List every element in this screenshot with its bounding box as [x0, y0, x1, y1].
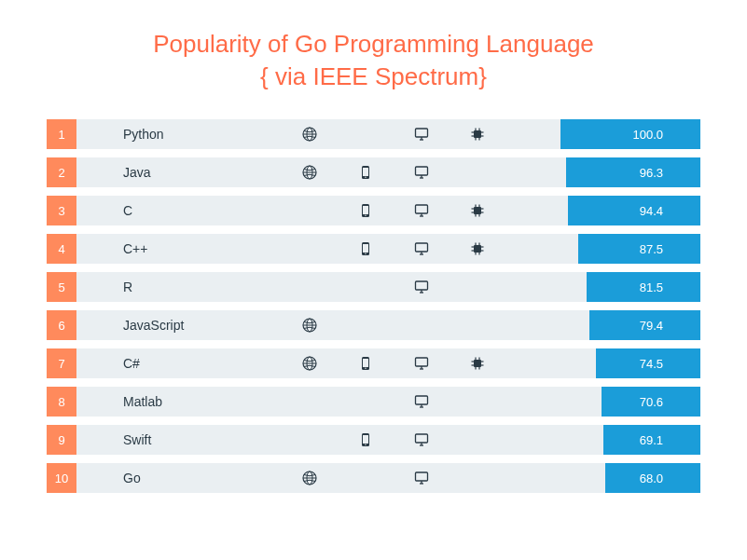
table-row: 7 C# 74.5 [47, 348, 700, 378]
rank-number: 10 [55, 471, 68, 485]
embedded-icon [450, 463, 505, 493]
mobile-icon [338, 234, 394, 264]
language-name: Java [76, 157, 282, 187]
score-bar-wrap: 79.4 [560, 310, 700, 340]
web-icon [282, 272, 338, 302]
rank-number: 3 [58, 204, 64, 218]
embedded-icon [450, 425, 505, 455]
web-icon [282, 348, 338, 378]
embedded-icon [450, 119, 505, 149]
language-name: C++ [76, 234, 282, 264]
table-row: 1 Python 100.0 [47, 119, 700, 149]
desktop-icon [394, 157, 450, 187]
embedded-icon [450, 196, 505, 225]
rank-badge: 10 [47, 463, 76, 493]
rank-badge: 7 [47, 348, 76, 378]
rank-badge: 2 [47, 157, 76, 187]
platform-icons [282, 387, 560, 417]
table-row: 8 Matlab 70.6 [47, 387, 700, 417]
rank-badge: 9 [47, 425, 76, 455]
score-value: 87.5 [640, 242, 700, 256]
embedded-icon [450, 348, 505, 378]
embedded-icon [450, 157, 505, 187]
table-row: 4 C++ 87.5 [47, 234, 700, 264]
page-title: Popularity of Go Programming Language { … [47, 28, 700, 93]
score-bar-wrap: 96.3 [560, 157, 700, 187]
embedded-icon [450, 387, 505, 417]
mobile-icon [338, 463, 394, 493]
web-icon [282, 234, 338, 264]
embedded-icon [450, 234, 505, 264]
web-icon [282, 463, 338, 493]
table-row: 9 Swift 69.1 [47, 425, 700, 455]
rank-number: 6 [58, 319, 64, 333]
score-value: 96.3 [640, 166, 700, 180]
rank-badge: 1 [47, 119, 76, 149]
platform-icons [282, 463, 560, 493]
mobile-icon [338, 196, 394, 225]
score-bar-wrap: 94.4 [560, 196, 700, 225]
rank-number: 2 [58, 166, 64, 180]
desktop-icon [394, 272, 450, 302]
desktop-icon [394, 387, 450, 417]
score-bar-wrap: 68.0 [560, 463, 700, 493]
language-name: Matlab [76, 387, 282, 417]
rank-badge: 4 [47, 234, 76, 264]
desktop-icon [394, 348, 450, 378]
language-name: R [76, 272, 282, 302]
embedded-icon [450, 272, 505, 302]
score-bar-wrap: 87.5 [560, 234, 700, 264]
platform-icons [282, 310, 560, 340]
desktop-icon [394, 234, 450, 264]
platform-icons [282, 119, 560, 149]
rank-badge: 8 [47, 387, 76, 417]
web-icon [282, 425, 338, 455]
score-value: 68.0 [640, 471, 700, 485]
title-line-1: Popularity of Go Programming Language [153, 30, 594, 58]
web-icon [282, 157, 338, 187]
table-row: 10 Go 68.0 [47, 463, 700, 493]
score-value: 69.1 [640, 433, 700, 447]
language-name: C# [76, 348, 282, 378]
platform-icons [282, 348, 560, 378]
ranking-table: 1 Python 100.0 2 Java 96.3 3 C [47, 119, 700, 493]
platform-icons [282, 196, 560, 225]
score-bar-wrap: 70.6 [560, 387, 700, 417]
title-line-2: { via IEEE Spectrum} [260, 62, 487, 90]
score-bar-wrap: 81.5 [560, 272, 700, 302]
language-name: Swift [76, 425, 282, 455]
rank-badge: 3 [47, 196, 76, 225]
mobile-icon [338, 157, 394, 187]
language-name: JavaScript [76, 310, 282, 340]
rank-number: 9 [58, 433, 64, 447]
rank-number: 1 [58, 128, 64, 142]
web-icon [282, 196, 338, 225]
desktop-icon [394, 119, 450, 149]
rank-badge: 5 [47, 272, 76, 302]
mobile-icon [338, 310, 394, 340]
table-row: 2 Java 96.3 [47, 157, 700, 187]
mobile-icon [338, 119, 394, 149]
score-value: 81.5 [640, 280, 700, 294]
embedded-icon [450, 310, 505, 340]
desktop-icon [394, 196, 450, 225]
table-row: 5 R 81.5 [47, 272, 700, 302]
language-name: C [76, 196, 282, 225]
mobile-icon [338, 425, 394, 455]
table-row: 6 JavaScript 79.4 [47, 310, 700, 340]
web-icon [282, 119, 338, 149]
score-bar-wrap: 69.1 [560, 425, 700, 455]
web-icon [282, 387, 338, 417]
rank-number: 4 [58, 242, 64, 256]
score-value: 94.4 [640, 204, 700, 218]
table-row: 3 C 94.4 [47, 196, 700, 225]
desktop-icon [394, 463, 450, 493]
mobile-icon [338, 272, 394, 302]
platform-icons [282, 157, 560, 187]
score-value: 100.0 [632, 128, 700, 142]
web-icon [282, 310, 338, 340]
mobile-icon [338, 387, 394, 417]
rank-badge: 6 [47, 310, 76, 340]
score-bar-wrap: 74.5 [560, 348, 700, 378]
platform-icons [282, 272, 560, 302]
